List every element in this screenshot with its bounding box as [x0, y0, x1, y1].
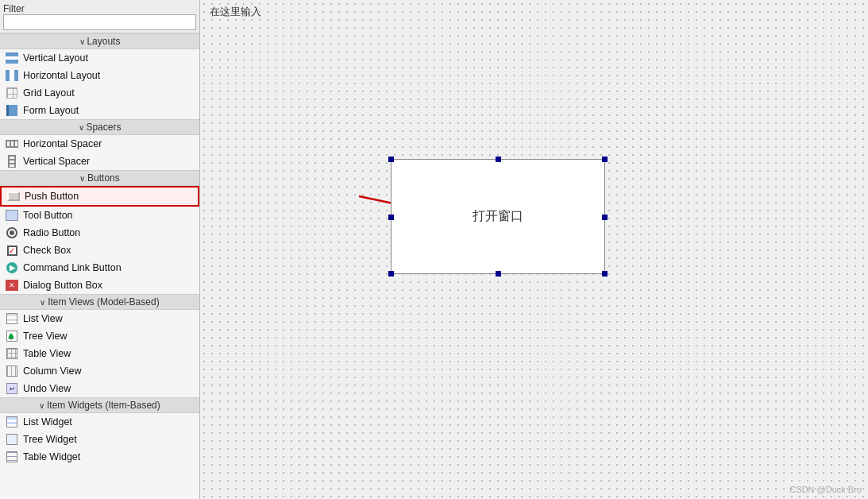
- form-layout-icon: [5, 103, 19, 118]
- vertical-layout-label: Vertical Layout: [23, 52, 88, 64]
- list-view-icon: [5, 311, 19, 326]
- list-widget-icon: [5, 415, 19, 429]
- filter-bar: Filter: [0, 0, 199, 33]
- sidebar-item-grid-layout[interactable]: Grid Layout: [0, 84, 199, 102]
- sidebar-item-dialog-button-box[interactable]: Dialog Button Box: [0, 277, 199, 294]
- handle-top-left[interactable]: [388, 157, 394, 162]
- handle-middle-right[interactable]: [602, 215, 608, 220]
- sidebar-item-form-layout[interactable]: Form Layout: [0, 102, 199, 119]
- dialog-button-box-label: Dialog Button Box: [23, 280, 102, 291]
- canvas-area[interactable]: 在这里输入 打开窗口 CSDN @Duck Bro: [200, 0, 868, 499]
- handle-middle-left[interactable]: [388, 215, 394, 220]
- dialog-button-box-icon: [5, 278, 19, 292]
- list-view-label: List View: [23, 313, 63, 324]
- tree-view-label: Tree View: [23, 331, 68, 342]
- horizontal-layout-icon: [5, 68, 19, 83]
- widget-panel: Filter Layouts Vertical Layout Horizonta…: [0, 0, 200, 499]
- handle-bottom-center[interactable]: [496, 271, 501, 277]
- check-box-icon: ✓: [5, 243, 19, 257]
- command-link-button-label: Command Link Button: [23, 262, 122, 273]
- vertical-spacer-label: Vertical Spacer: [23, 156, 90, 167]
- sidebar-item-radio-button[interactable]: Radio Button: [0, 224, 199, 242]
- category-spacers[interactable]: Spacers: [0, 119, 199, 135]
- handle-top-center[interactable]: [496, 157, 501, 162]
- handle-top-right[interactable]: [602, 157, 608, 162]
- column-view-label: Column View: [23, 366, 81, 377]
- sidebar-item-table-widget[interactable]: Table Widget: [0, 448, 199, 466]
- sidebar-item-undo-view[interactable]: ↩ Undo View: [0, 380, 199, 397]
- sidebar-item-vertical-spacer[interactable]: Vertical Spacer: [0, 153, 199, 170]
- grid-layout-label: Grid Layout: [23, 87, 75, 99]
- column-view-icon: [5, 364, 19, 378]
- table-view-label: Table View: [23, 348, 71, 359]
- widget-list: Layouts Vertical Layout Horizontal Layou…: [0, 33, 199, 499]
- check-box-label: Check Box: [23, 245, 71, 256]
- undo-view-label: Undo View: [23, 383, 71, 394]
- watermark: CSDN @Duck Bro: [789, 485, 862, 494]
- tree-widget-icon: [5, 432, 19, 447]
- sidebar-item-list-widget[interactable]: List Widget: [0, 413, 199, 431]
- horizontal-spacer-label: Horizontal Spacer: [23, 138, 102, 149]
- list-widget-label: List Widget: [23, 416, 72, 427]
- sidebar-item-horizontal-layout[interactable]: Horizontal Layout: [0, 67, 199, 84]
- sidebar-item-list-view[interactable]: List View: [0, 310, 199, 327]
- command-link-button-icon: ▶: [5, 261, 19, 275]
- vertical-spacer-icon: [5, 154, 19, 168]
- sidebar-item-table-view[interactable]: Table View: [0, 345, 199, 362]
- sidebar-item-command-link-button[interactable]: ▶ Command Link Button: [0, 259, 199, 277]
- form-layout-label: Form Layout: [23, 105, 79, 116]
- undo-view-icon: ↩: [5, 381, 19, 396]
- sidebar-item-check-box[interactable]: ✓ Check Box: [0, 242, 199, 259]
- sidebar-item-push-button[interactable]: Push Button: [0, 186, 199, 207]
- vertical-layout-icon: [5, 51, 19, 65]
- table-widget-label: Table Widget: [23, 451, 80, 462]
- table-view-icon: [5, 346, 19, 361]
- table-widget-icon: [5, 450, 19, 464]
- horizontal-layout-label: Horizontal Layout: [23, 70, 100, 81]
- sidebar-item-tree-widget[interactable]: Tree Widget: [0, 431, 199, 448]
- handle-bottom-right[interactable]: [602, 271, 608, 277]
- sidebar-item-tool-button[interactable]: Tool Button: [0, 207, 199, 224]
- sidebar-item-vertical-layout[interactable]: Vertical Layout: [0, 49, 199, 67]
- tool-button-label: Tool Button: [23, 210, 73, 221]
- category-item-views[interactable]: Item Views (Model-Based): [0, 294, 199, 310]
- filter-label: Filter: [3, 3, 25, 14]
- grid-layout-icon: [5, 86, 19, 100]
- category-layouts[interactable]: Layouts: [0, 33, 199, 49]
- sidebar-item-horizontal-spacer[interactable]: Horizontal Spacer: [0, 135, 199, 153]
- push-button-label: Push Button: [25, 191, 79, 202]
- sidebar-item-column-view[interactable]: Column View: [0, 362, 199, 380]
- handle-bottom-left[interactable]: [388, 271, 394, 277]
- category-buttons[interactable]: Buttons: [0, 170, 199, 186]
- tree-view-icon: 🌲: [5, 329, 19, 343]
- category-item-widgets[interactable]: Item Widgets (Item-Based): [0, 397, 199, 413]
- canvas-widget[interactable]: 打开窗口: [391, 159, 605, 274]
- push-button-icon: [6, 189, 21, 203]
- canvas-label: 在这里输入: [210, 5, 261, 19]
- filter-input[interactable]: [3, 14, 196, 30]
- sidebar-item-tree-view[interactable]: 🌲 Tree View: [0, 327, 199, 345]
- horizontal-spacer-icon: [5, 137, 19, 151]
- tool-button-icon: [5, 208, 19, 222]
- radio-button-label: Radio Button: [23, 227, 80, 238]
- tree-widget-label: Tree Widget: [23, 434, 77, 445]
- widget-text: 打开窗口: [473, 208, 523, 225]
- radio-button-icon: [5, 226, 19, 240]
